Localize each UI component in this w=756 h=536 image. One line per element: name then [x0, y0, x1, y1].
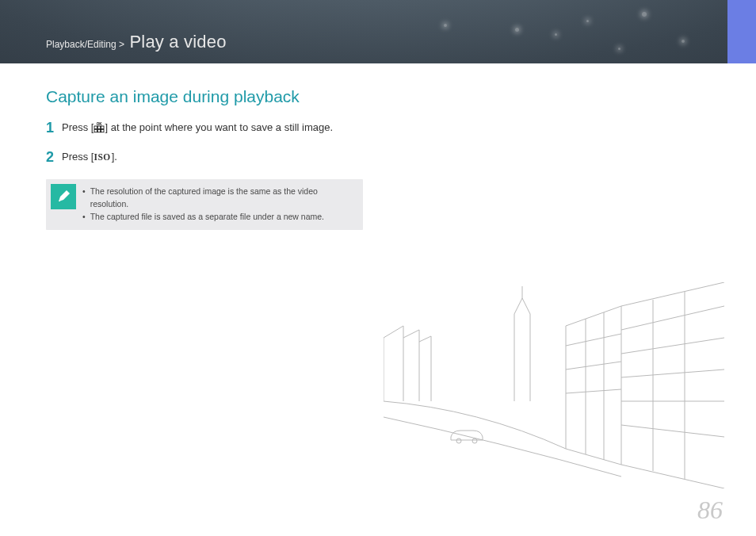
svg-line-12 — [621, 369, 724, 377]
svg-rect-3 — [101, 126, 105, 129]
step-number: 2 — [46, 150, 62, 166]
svg-rect-6 — [101, 129, 105, 132]
svg-rect-2 — [98, 126, 101, 129]
svg-line-17 — [566, 334, 621, 346]
step-text: Press [ISO]. — [62, 150, 365, 164]
note-text: The resolution of the captured image is … — [90, 186, 355, 211]
svg-rect-5 — [98, 129, 101, 132]
svg-line-14 — [621, 425, 724, 437]
breadcrumb-separator: > — [119, 39, 124, 50]
svg-rect-1 — [94, 126, 97, 129]
chapter-edge-tab — [727, 0, 756, 63]
svg-line-11 — [621, 338, 724, 354]
page-root: Playback/Editing > Play a video Capture … — [0, 0, 756, 536]
note-body: The resolution of the captured image is … — [81, 179, 363, 229]
breadcrumb: Playback/Editing > Play a video — [46, 32, 227, 52]
step-text-pre: Press [ — [62, 121, 94, 133]
step-item: 2 Press [ISO]. — [46, 150, 365, 166]
svg-rect-4 — [94, 129, 97, 132]
pen-icon — [51, 184, 76, 209]
iso-label-icon: ISO — [94, 151, 111, 163]
step-number: 1 — [46, 121, 62, 136]
step-text: Press [ OK ] at the point where you want… — [62, 121, 365, 137]
page-header: Playback/Editing > Play a video — [0, 0, 756, 63]
ok-grid-icon: OK — [94, 122, 105, 137]
svg-line-18 — [566, 362, 621, 369]
svg-line-19 — [566, 389, 621, 393]
decoration-spark — [618, 48, 620, 50]
section-heading: Capture an image during playback — [46, 87, 365, 106]
note-bullet: The resolution of the captured image is … — [81, 186, 355, 211]
step-text-post: ]. — [112, 151, 117, 163]
decoration-spark — [444, 24, 447, 27]
note-text: The captured file is saved as a separate… — [90, 211, 324, 224]
breadcrumb-title: Play a video — [129, 32, 226, 52]
step-text-post: ] at the point where you want to save a … — [105, 121, 333, 133]
note-box: The resolution of the captured image is … — [46, 179, 363, 229]
page-number: 86 — [697, 496, 723, 525]
decoration-spark — [555, 33, 557, 36]
svg-line-10 — [621, 306, 724, 330]
cityscape-illustration — [384, 282, 724, 488]
decoration-spark — [515, 28, 519, 32]
svg-point-20 — [456, 438, 461, 443]
svg-point-21 — [472, 438, 477, 443]
step-item: 1 Press [ OK ] at the point where you wa… — [46, 121, 365, 137]
decoration-spark — [586, 20, 589, 22]
decoration-spark — [682, 40, 685, 43]
decoration-spark — [642, 12, 647, 17]
note-bullet: The captured file is saved as a separate… — [81, 211, 355, 224]
breadcrumb-section: Playback/Editing — [46, 39, 116, 50]
content-body: Capture an image during playback 1 Press… — [0, 63, 365, 230]
svg-text:OK: OK — [97, 122, 103, 126]
step-text-pre: Press [ — [62, 151, 94, 163]
